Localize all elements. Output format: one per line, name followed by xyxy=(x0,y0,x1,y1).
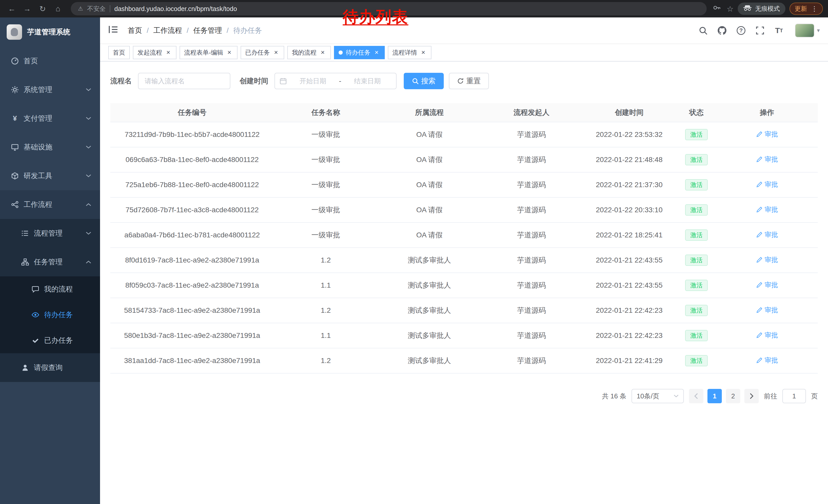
sidebar-item-label: 工作流程 xyxy=(24,200,52,210)
cell-created: 2022-01-22 20:33:10 xyxy=(582,197,677,223)
breadcrumb-item-workflow[interactable]: 工作流程 xyxy=(153,26,182,35)
sidebar-item-task-management[interactable]: 任务管理 xyxy=(0,248,100,276)
approve-link[interactable]: 审批 xyxy=(756,306,778,315)
sidebar-item-todo-tasks[interactable]: 待办任务 xyxy=(0,302,100,328)
password-key-icon[interactable] xyxy=(713,4,720,13)
sidebar-collapse-icon[interactable] xyxy=(108,25,120,36)
approve-link[interactable]: 审批 xyxy=(756,255,778,264)
browser-forward-button[interactable]: → xyxy=(20,2,34,15)
status-badge: 激活 xyxy=(685,154,708,166)
cell-actions: 审批 xyxy=(716,298,818,323)
tab-start-process[interactable]: 发起流程 × xyxy=(133,46,176,59)
avatar[interactable] xyxy=(795,24,815,37)
cell-created: 2022-01-21 22:42:23 xyxy=(582,323,677,348)
tab-todo-tasks[interactable]: 待办任务 × xyxy=(334,46,385,59)
approve-link[interactable]: 审批 xyxy=(756,230,778,239)
start-date-input[interactable] xyxy=(289,77,337,85)
close-icon[interactable]: × xyxy=(373,49,380,56)
app-logo-row[interactable]: 芋道管理系统 xyxy=(0,17,100,47)
cell-status: 激活 xyxy=(677,147,716,172)
page-button-1[interactable]: 1 xyxy=(707,389,722,403)
tab-process-form-edit[interactable]: 流程表单-编辑 × xyxy=(179,46,238,59)
end-date-input[interactable] xyxy=(343,77,391,85)
edit-icon xyxy=(756,131,762,138)
next-page-button[interactable] xyxy=(744,389,759,403)
status-badge: 激活 xyxy=(685,280,708,291)
cell-actions: 审批 xyxy=(716,122,818,147)
close-icon[interactable]: × xyxy=(273,49,280,56)
sidebar-item-payment[interactable]: ¥ 支付管理 xyxy=(0,104,100,133)
sidebar-item-process-management[interactable]: 流程管理 xyxy=(0,219,100,248)
browser-menu-icon[interactable]: ⋮ xyxy=(811,5,818,13)
cell-initiator: 芋道源码 xyxy=(481,172,582,197)
sidebar-item-label: 流程管理 xyxy=(34,228,63,238)
close-icon[interactable]: × xyxy=(165,49,172,56)
cell-task-id: 580e1b3d-7ac8-11ec-a9e2-a2380e71991a xyxy=(110,323,274,348)
user-menu[interactable]: ▾ xyxy=(795,24,820,37)
search-icon[interactable] xyxy=(698,26,708,36)
process-name-input[interactable] xyxy=(138,73,230,89)
help-icon[interactable]: ? xyxy=(736,26,746,36)
bookmark-star-icon[interactable]: ☆ xyxy=(727,4,734,13)
approve-link[interactable]: 审批 xyxy=(756,180,778,189)
sidebar-item-done-tasks[interactable]: 已办任务 xyxy=(0,328,100,353)
cell-initiator: 芋道源码 xyxy=(481,147,582,172)
approve-link[interactable]: 审批 xyxy=(756,280,778,289)
reset-button[interactable]: 重置 xyxy=(449,73,489,89)
cell-status: 激活 xyxy=(677,122,716,147)
annotation-todo-list: 待办列表 xyxy=(343,6,408,28)
browser-reload-button[interactable]: ↻ xyxy=(36,2,49,15)
page-size-select[interactable]: 10条/页 xyxy=(631,389,684,403)
fullscreen-icon[interactable] xyxy=(755,26,765,36)
sidebar-item-leave-query[interactable]: 请假查询 xyxy=(0,353,100,382)
tab-process-detail[interactable]: 流程详情 × xyxy=(388,46,431,59)
breadcrumb-item-task-management[interactable]: 任务管理 xyxy=(194,26,222,35)
tab-done-tasks[interactable]: 已办任务 × xyxy=(241,46,284,59)
browser-home-button[interactable]: ⌂ xyxy=(51,2,65,15)
tags-view: 首页 发起流程 × 流程表单-编辑 × 已办任务 × 我的流程 × xyxy=(100,44,828,61)
github-icon[interactable] xyxy=(717,26,727,36)
close-icon[interactable]: × xyxy=(319,49,326,56)
edit-icon xyxy=(756,282,762,288)
close-icon[interactable]: × xyxy=(420,49,427,56)
edit-icon xyxy=(756,181,762,188)
cell-task-name: 一级审批 xyxy=(274,223,378,248)
sidebar-item-system[interactable]: 系统管理 xyxy=(0,75,100,104)
approve-link[interactable]: 审批 xyxy=(756,205,778,214)
tab-home[interactable]: 首页 xyxy=(108,46,130,59)
page-button-2[interactable]: 2 xyxy=(726,389,740,403)
col-status: 状态 xyxy=(677,103,716,122)
sidebar-item-infrastructure[interactable]: 基础设施 xyxy=(0,133,100,162)
cell-task-id: 725a1eb6-7b88-11ec-8ef0-acde48001122 xyxy=(110,172,274,197)
sidebar-item-dev-tools[interactable]: 研发工具 xyxy=(0,162,100,190)
sidebar-item-workflow[interactable]: 工作流程 xyxy=(0,190,100,219)
table-row: 580e1b3d-7ac8-11ec-a9e2-a2380e71991a 1.1… xyxy=(110,323,818,348)
sidebar-item-home[interactable]: 首页 xyxy=(0,47,100,75)
chevron-down-icon xyxy=(673,395,679,398)
cell-status: 激活 xyxy=(677,223,716,248)
cell-created: 2022-01-21 22:43:55 xyxy=(582,248,677,273)
browser-update-button[interactable]: 更新 ⋮ xyxy=(790,3,823,15)
edit-icon xyxy=(756,332,762,339)
person-icon xyxy=(21,364,29,372)
goto-page-input[interactable] xyxy=(782,389,806,403)
tab-my-process[interactable]: 我的流程 × xyxy=(287,46,331,59)
cell-process: OA 请假 xyxy=(378,147,481,172)
font-size-icon[interactable]: TT xyxy=(774,26,784,36)
search-button[interactable]: 搜索 xyxy=(404,73,444,89)
close-icon[interactable]: × xyxy=(226,49,233,56)
breadcrumb-separator: / xyxy=(187,27,189,35)
approve-link[interactable]: 审批 xyxy=(756,331,778,340)
cell-status: 激活 xyxy=(677,248,716,273)
task-tree-icon xyxy=(21,258,29,266)
prev-page-button[interactable] xyxy=(689,389,703,403)
breadcrumb-item-home[interactable]: 首页 xyxy=(128,26,142,35)
approve-link[interactable]: 审批 xyxy=(756,155,778,164)
browser-back-button[interactable]: ← xyxy=(5,2,18,15)
sidebar-item-my-process[interactable]: 我的流程 xyxy=(0,276,100,302)
create-time-label: 创建时间 xyxy=(240,76,268,86)
approve-link[interactable]: 审批 xyxy=(756,356,778,365)
date-range-picker[interactable]: - xyxy=(275,73,397,89)
sidebar-item-label: 首页 xyxy=(24,56,38,66)
approve-link[interactable]: 审批 xyxy=(756,130,778,139)
